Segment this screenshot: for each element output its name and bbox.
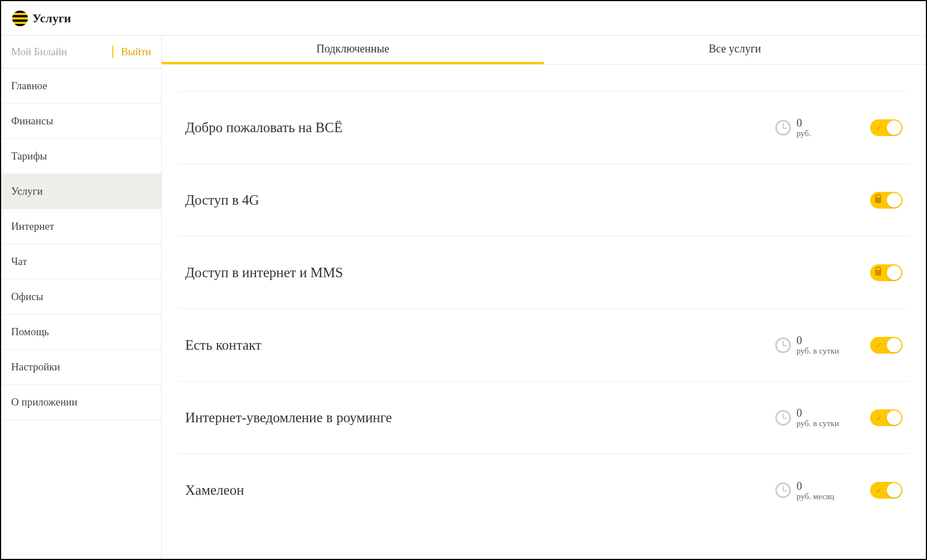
price-value: 0 xyxy=(796,117,811,129)
sidebar-item-3[interactable]: Услуги xyxy=(1,174,161,209)
logo: Услуги xyxy=(12,11,71,26)
check-icon: ✓ xyxy=(876,123,882,132)
toggle-knob xyxy=(887,193,901,207)
price-block: 0руб. в сутки xyxy=(775,334,842,356)
tab-1[interactable]: Все услуги xyxy=(544,36,926,64)
lock-icon xyxy=(875,197,881,203)
service-toggle[interactable] xyxy=(870,264,902,281)
beeline-logo-icon xyxy=(12,11,28,26)
service-toggle[interactable]: ✓ xyxy=(870,119,902,136)
service-title[interactable]: Доступ в 4G xyxy=(185,192,775,208)
service-row: Интернет-уведомление в роуминге0руб. в с… xyxy=(178,382,909,454)
service-title[interactable]: Есть контакт xyxy=(185,337,775,353)
sidebar-item-7[interactable]: Помощь xyxy=(1,315,161,350)
sidebar-item-2[interactable]: Тарифы xyxy=(1,139,161,174)
main-content: ПодключенныеВсе услуги Добро пожаловать … xyxy=(162,36,926,559)
service-toggle[interactable]: ✓ xyxy=(870,409,902,426)
service-title[interactable]: Хамелеон xyxy=(185,482,775,498)
service-row: Доступ в интернет и MMS xyxy=(178,236,909,309)
price-block: 0руб. в сутки xyxy=(775,407,842,428)
tab-0[interactable]: Подключенные xyxy=(162,36,544,64)
price-unit: руб. месяц xyxy=(796,492,834,501)
sidebar-item-8[interactable]: Настройки xyxy=(1,350,161,385)
service-toggle[interactable]: ✓ xyxy=(870,337,902,354)
logout-button[interactable]: Выйти xyxy=(112,46,151,58)
toggle-knob xyxy=(887,120,901,135)
check-icon: ✓ xyxy=(876,486,882,495)
lock-icon xyxy=(875,270,881,276)
price-block: 0руб. xyxy=(775,117,842,138)
page-title: Услуги xyxy=(32,11,71,26)
price-unit: руб. в сутки xyxy=(796,419,839,428)
service-row: Хамелеон0руб. месяц✓ xyxy=(178,454,909,527)
sidebar-item-4[interactable]: Интернет xyxy=(1,209,161,244)
check-icon: ✓ xyxy=(876,340,882,350)
sidebar-account-row: Мой Билайн Выйти xyxy=(1,36,161,69)
price-unit: руб. в сутки xyxy=(796,346,839,356)
service-row-partial xyxy=(178,65,909,91)
sidebar: Мой Билайн Выйти ГлавноеФинансыТарифыУсл… xyxy=(1,36,162,559)
sidebar-item-5[interactable]: Чат xyxy=(1,244,161,279)
service-row: Есть контакт0руб. в сутки✓ xyxy=(178,309,909,382)
sidebar-item-9[interactable]: О приложении xyxy=(1,385,161,420)
price-unit: руб. xyxy=(796,129,811,138)
toggle-knob xyxy=(887,265,901,280)
toggle-knob xyxy=(887,338,901,353)
sidebar-item-1[interactable]: Финансы xyxy=(1,104,161,139)
clock-icon xyxy=(775,337,791,353)
check-icon: ✓ xyxy=(876,413,882,422)
tabs-bar: ПодключенныеВсе услуги xyxy=(162,36,926,65)
price-value: 0 xyxy=(796,407,839,419)
sidebar-item-6[interactable]: Офисы xyxy=(1,279,161,315)
app-header: Услуги xyxy=(1,1,926,36)
clock-icon xyxy=(775,120,791,136)
price-value: 0 xyxy=(796,480,834,492)
services-list: Добро пожаловать на ВСЁ0руб.✓Доступ в 4G… xyxy=(162,65,926,559)
service-row: Добро пожаловать на ВСЁ0руб.✓ xyxy=(178,91,909,164)
service-title[interactable]: Интернет-уведомление в роуминге xyxy=(185,410,775,426)
price-value: 0 xyxy=(796,334,839,346)
clock-icon xyxy=(775,482,791,498)
service-row: Доступ в 4G xyxy=(178,164,909,236)
service-title[interactable]: Доступ в интернет и MMS xyxy=(185,265,775,281)
account-label: Мой Билайн xyxy=(11,46,67,58)
service-toggle[interactable] xyxy=(870,192,902,209)
clock-icon xyxy=(775,410,791,426)
toggle-knob xyxy=(887,411,901,425)
toggle-knob xyxy=(887,483,901,498)
service-toggle[interactable]: ✓ xyxy=(870,482,902,499)
service-title[interactable]: Добро пожаловать на ВСЁ xyxy=(185,120,775,136)
price-block: 0руб. месяц xyxy=(775,480,842,501)
sidebar-item-0[interactable]: Главное xyxy=(1,69,161,104)
